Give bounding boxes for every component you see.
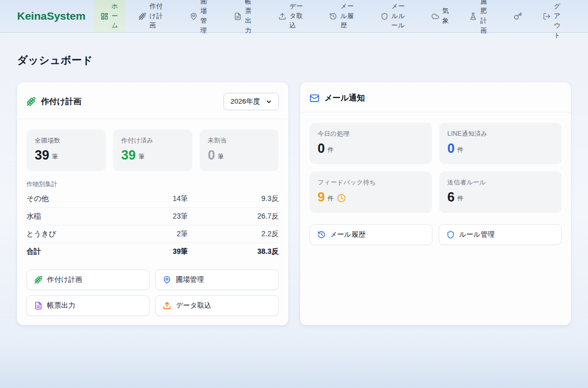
crop-count: 14筆: [126, 194, 188, 204]
map-pin-icon: [190, 12, 198, 20]
key-icon: [514, 12, 522, 20]
brand-logo[interactable]: KeinaSystem: [17, 10, 90, 22]
crop-count: 39筆: [126, 247, 188, 256]
nav-item-label: メール履歴: [340, 2, 360, 31]
dashboard-main: ダッシュボード 作付け計画 2026年度 全圃場数: [0, 53, 588, 325]
wheat-icon: [26, 97, 36, 106]
quick-links: 作付け計画 圃場管理 帳票出力: [26, 269, 279, 316]
wheat-icon: [138, 12, 146, 20]
stat-sender-rules: 送信者ルール 6 件: [439, 171, 562, 213]
mail-history-button[interactable]: メール履歴: [310, 224, 432, 245]
main-nav: ホーム 作付け計画 圃場管理 帳票出力 データ取込: [94, 0, 588, 32]
table-row: 水稲 23筆 26.7反: [26, 208, 279, 225]
crop-name: 水稲: [26, 212, 126, 221]
planting-plan-card: 作付け計画 2026年度 全圃場数 39 筆: [17, 82, 288, 325]
nav-item-logout[interactable]: ログアウト: [536, 0, 573, 32]
nav-item-label: ホーム: [111, 2, 118, 31]
crop-name: 合計: [26, 247, 126, 256]
mail-card-body: 今日の処理 0 件 LINE通知済み 0 件: [300, 112, 571, 325]
nav-item-planting-plan[interactable]: 作付け計画: [132, 0, 176, 32]
stat-unit: 件: [327, 146, 333, 154]
stat-label: 作付け済み: [121, 136, 184, 145]
stat-line-notified: LINE通知済み 0 件: [439, 123, 562, 164]
crop-count: 23筆: [126, 212, 188, 221]
cloud-icon: [431, 12, 439, 20]
shield-icon: [446, 231, 455, 239]
nav-item-field-management[interactable]: 圃場管理: [183, 0, 220, 32]
map-pin-icon: [163, 276, 171, 284]
stat-value: 6: [447, 190, 455, 205]
stat-value: 9: [318, 190, 325, 205]
button-label: ルール管理: [459, 230, 495, 239]
nav-item-report-output[interactable]: 帳票出力: [227, 0, 264, 32]
stat-unit: 件: [457, 194, 464, 203]
planting-plan-button[interactable]: 作付け計画: [26, 269, 150, 290]
crop-summary-table: その他 14筆 9.3反 水稲 23筆 26.7反 とうきび 2筆 2.2反: [26, 190, 279, 260]
mail-icon: [310, 93, 319, 103]
nav-item-password-key[interactable]: [507, 0, 529, 32]
nav-item-label: 作付け計画: [149, 2, 169, 31]
nav-item-weather[interactable]: 気象: [425, 0, 456, 32]
stat-feedback-waiting: フィードバック待ち 9 件: [310, 171, 432, 213]
stat-value: 0: [208, 148, 215, 163]
stat-unit: 件: [327, 194, 333, 203]
stat-unit: 筆: [52, 152, 58, 161]
stat-unit: 筆: [138, 152, 145, 161]
crop-summary-caption: 作物別集計: [26, 180, 279, 189]
nav-item-label: 圃場管理: [201, 0, 214, 36]
crop-count: 2筆: [126, 229, 188, 239]
field-management-button[interactable]: 圃場管理: [155, 269, 278, 290]
top-navbar: KeinaSystem ホーム 作付け計画 圃場管理 帳票出力: [0, 0, 588, 33]
stat-label: フィードバック待ち: [318, 178, 424, 187]
crop-area: 38.3反: [188, 247, 279, 256]
nav-item-label: メールルール: [391, 2, 411, 31]
nav-item-label: 施肥計画: [480, 0, 493, 36]
file-text-icon: [34, 301, 43, 310]
stat-value: 0: [318, 141, 325, 156]
stat-value: 39: [35, 148, 49, 163]
stat-label: LINE通知済み: [447, 130, 553, 138]
crop-name: その他: [26, 194, 126, 204]
chevron-down-icon: [265, 98, 272, 105]
mail-card-actions: メール履歴 ルール管理: [310, 224, 562, 245]
planting-plan-card-body: 全圃場数 39 筆 作付け済み 39 筆 未割当: [17, 119, 288, 325]
mail-notification-card: メール通知 今日の処理 0 件 LINE通知済み 0: [300, 82, 571, 325]
logout-icon: [543, 12, 551, 20]
nav-item-data-import[interactable]: データ取込: [272, 0, 316, 32]
stat-label: 送信者ルール: [447, 178, 553, 187]
page-title: ダッシュボード: [17, 53, 571, 67]
history-icon: [317, 231, 326, 239]
shield-icon: [381, 12, 388, 20]
nav-item-label: ログアウト: [554, 0, 567, 40]
upload-icon: [278, 12, 286, 20]
nav-item-label: データ取込: [289, 2, 309, 31]
table-row: とうきび 2筆 2.2反: [26, 225, 279, 243]
wheat-icon: [34, 276, 43, 284]
clock-icon: [337, 194, 346, 203]
data-import-button[interactable]: データ取込: [155, 295, 278, 316]
nav-item-fertilization-plan[interactable]: 施肥計画: [463, 0, 500, 32]
year-select-value: 2026年度: [230, 97, 260, 106]
rule-management-button[interactable]: ルール管理: [439, 224, 562, 245]
stat-label: 未割当: [208, 136, 271, 145]
flask-icon: [469, 12, 477, 20]
report-output-button[interactable]: 帳票出力: [26, 295, 150, 316]
crop-area: 2.2反: [188, 229, 279, 239]
mail-card-header: メール通知: [300, 82, 571, 112]
nav-item-mail-rules[interactable]: メールルール: [374, 0, 418, 32]
upload-icon: [163, 301, 171, 310]
button-label: データ取込: [176, 301, 211, 310]
button-label: 圃場管理: [176, 275, 204, 284]
crop-name: とうきび: [26, 229, 126, 239]
stat-today-processed: 今日の処理 0 件: [310, 123, 432, 164]
history-icon: [329, 12, 337, 20]
stat-label: 全圃場数: [35, 136, 97, 145]
year-select[interactable]: 2026年度: [223, 93, 278, 110]
nav-item-label: 気象: [442, 6, 449, 26]
table-total-row: 合計 39筆 38.3反: [26, 243, 279, 260]
nav-item-mail-history[interactable]: メール履歴: [323, 0, 367, 32]
table-row: その他 14筆 9.3反: [26, 190, 279, 208]
nav-item-home[interactable]: ホーム: [94, 0, 125, 32]
planting-plan-card-header: 作付け計画 2026年度: [17, 82, 288, 119]
crop-area: 9.3反: [188, 194, 279, 204]
